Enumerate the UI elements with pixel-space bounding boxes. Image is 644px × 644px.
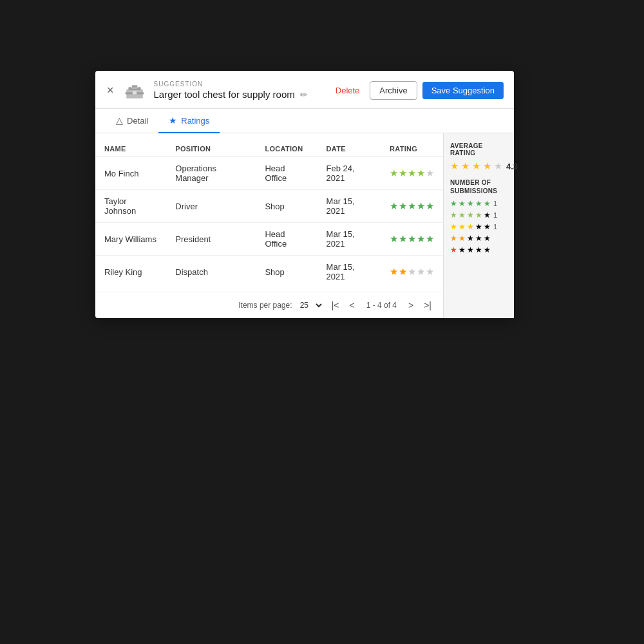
star-0-2: ★ — [408, 167, 416, 179]
submission-row-5: ★ ★ ★ ★ ★ 1 — [450, 199, 507, 208]
avg-star-2: ★ — [461, 160, 469, 172]
cell-location: Shop — [256, 190, 317, 223]
tab-detail[interactable]: △ Detail — [106, 109, 158, 133]
cell-name: Mo Finch — [95, 157, 166, 190]
sub-star-3-4: ★ — [475, 222, 482, 231]
per-page-select[interactable]: 25 50 100 — [298, 300, 324, 310]
sub-star-2-1: ★ — [450, 234, 457, 243]
submission-row-2: ★ ★ ★ ★ ★ — [450, 234, 507, 243]
star-1-4: ★ — [426, 200, 434, 212]
sub-star-5-3: ★ — [467, 199, 474, 208]
sub-star-5-2: ★ — [459, 199, 466, 208]
submission-row-4: ★ ★ ★ ★ ★ 1 — [450, 211, 507, 220]
num-submissions-title: NUMBER OF SUBMISSIONS — [450, 178, 507, 195]
table-row: Mo Finch Operations Manager Head Office … — [95, 157, 443, 190]
cell-name: Mary Williams — [95, 223, 166, 256]
star-3-1: ★ — [399, 266, 407, 278]
suggestion-label: SUGGESTION — [154, 80, 323, 88]
avg-score: 4.3 — [506, 162, 518, 171]
archive-button[interactable]: Archive — [370, 81, 417, 100]
table-row: Taylor Johnson Driver Shop Mar 15, 2021 … — [95, 190, 443, 223]
sub-star-2-2: ★ — [459, 234, 466, 243]
sub-count-5: 1 — [493, 200, 497, 207]
col-name: NAME — [95, 141, 166, 157]
suggestion-title-text: Larger tool chest for supply room — [154, 89, 295, 100]
cell-rating: ★★★★★ — [381, 223, 443, 256]
sub-star-2-4: ★ — [475, 234, 482, 243]
star-1-3: ★ — [417, 200, 425, 212]
sub-count-4: 1 — [493, 211, 497, 219]
star-1-2: ★ — [408, 200, 416, 212]
avg-star-5: ★ — [494, 160, 502, 172]
sub-star-3-2: ★ — [459, 222, 466, 231]
first-page-button[interactable]: |< — [329, 299, 342, 312]
svg-rect-2 — [131, 85, 138, 88]
sub-star-5-4: ★ — [475, 199, 482, 208]
cell-name: Taylor Johnson — [95, 190, 166, 223]
table-row: Mary Williams President Head Office Mar … — [95, 223, 443, 256]
star-2-0: ★ — [390, 233, 398, 245]
edit-icon[interactable]: ✏ — [300, 90, 308, 100]
delete-button[interactable]: Delete — [330, 82, 365, 99]
tab-detail-label: Detail — [127, 116, 148, 126]
star-0-3: ★ — [417, 167, 425, 179]
star-0-1: ★ — [399, 167, 407, 179]
sub-star-4-2: ★ — [459, 211, 466, 220]
cell-location: Shop — [256, 256, 317, 289]
col-position: POSITION — [166, 141, 256, 157]
ratings-table: NAME POSITION LOCATION DATE RATING Mo Fi… — [95, 141, 443, 288]
next-page-button[interactable]: > — [406, 299, 416, 312]
col-location: LOCATION — [256, 141, 317, 157]
suggestion-title: Larger tool chest for supply room ✏ — [154, 89, 323, 100]
close-button[interactable]: × — [106, 83, 115, 97]
per-page-label: Items per page: — [238, 301, 292, 310]
modal-header: × SUGGESTION Larger tool chest for suppl… — [95, 71, 514, 109]
cell-date: Mar 15, 2021 — [317, 190, 381, 223]
table-header-row: NAME POSITION LOCATION DATE RATING — [95, 141, 443, 157]
cell-location: Head Office — [256, 157, 317, 190]
star-2-4: ★ — [426, 233, 434, 245]
cell-rating: ★★★★★ — [381, 157, 443, 190]
save-button[interactable]: Save Suggestion — [422, 82, 504, 99]
avg-star-3: ★ — [472, 160, 480, 172]
sub-star-3-3: ★ — [467, 222, 474, 231]
star-0-4: ★ — [426, 167, 434, 179]
tab-ratings-label: Ratings — [181, 116, 209, 126]
sub-star-1-4: ★ — [475, 245, 482, 254]
avg-rating-title: AVERAGE RATING — [450, 142, 507, 156]
detail-icon: △ — [116, 115, 123, 126]
modal-body: NAME POSITION LOCATION DATE RATING Mo Fi… — [95, 133, 514, 318]
table-area: NAME POSITION LOCATION DATE RATING Mo Fi… — [95, 133, 443, 318]
sub-star-5-1: ★ — [450, 199, 457, 208]
star-1-1: ★ — [399, 200, 407, 212]
ratings-icon: ★ — [169, 115, 177, 126]
star-1-0: ★ — [390, 200, 398, 212]
prev-page-button[interactable]: < — [346, 299, 357, 312]
cell-date: Mar 15, 2021 — [317, 256, 381, 289]
rating-sidebar: AVERAGE RATING ★ ★ ★ ★ ★ 4.3 NUMBER OF S… — [443, 133, 514, 318]
cell-position: Operations Manager — [166, 157, 256, 190]
cell-position: Dispatch — [166, 256, 256, 289]
star-2-1: ★ — [399, 233, 407, 245]
sub-star-2-3: ★ — [467, 234, 474, 243]
sub-star-2-5: ★ — [484, 234, 491, 243]
cell-date: Feb 24, 2021 — [317, 157, 381, 190]
page-info: 1 - 4 of 4 — [366, 301, 397, 310]
star-3-2: ★ — [408, 266, 416, 278]
sub-star-4-4: ★ — [475, 211, 482, 220]
submission-row-3: ★ ★ ★ ★ ★ 1 — [450, 222, 507, 231]
cell-date: Mar 15, 2021 — [317, 223, 381, 256]
sub-star-4-3: ★ — [467, 211, 474, 220]
star-2-2: ★ — [408, 233, 416, 245]
header-title-area: SUGGESTION Larger tool chest for supply … — [154, 80, 323, 100]
pagination: Items per page: 25 50 100 |< < 1 - 4 of … — [95, 292, 443, 318]
avg-stars-row: ★ ★ ★ ★ ★ 4.3 — [450, 160, 507, 172]
star-2-3: ★ — [417, 233, 425, 245]
cell-location: Head Office — [256, 223, 317, 256]
sub-star-4-1: ★ — [450, 211, 457, 220]
col-rating: RATING — [381, 141, 443, 157]
modal: × SUGGESTION Larger tool chest for suppl… — [95, 71, 514, 318]
sub-count-3: 1 — [493, 223, 497, 231]
tab-ratings[interactable]: ★ Ratings — [158, 109, 220, 133]
last-page-button[interactable]: >| — [421, 299, 434, 312]
